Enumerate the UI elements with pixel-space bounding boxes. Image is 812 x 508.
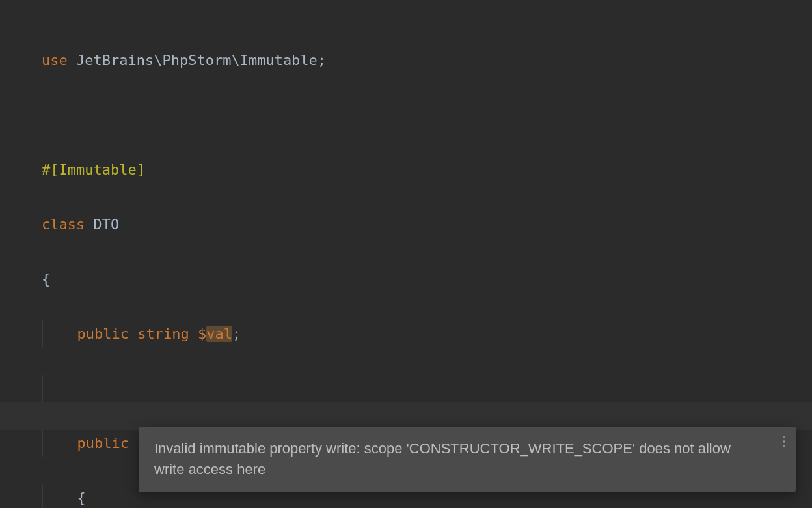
namespace-path: JetBrains\PhpStorm\Immutable	[68, 52, 318, 68]
keyword-string: string	[129, 326, 189, 342]
more-actions-icon[interactable]	[783, 436, 785, 447]
code-line[interactable]: class DTO	[42, 211, 812, 238]
keyword-public: public	[77, 326, 128, 342]
php-attribute: #[Immutable]	[42, 162, 145, 178]
dollar-sign: $	[189, 326, 207, 342]
code-line[interactable]: use JetBrains\PhpStorm\Immutable;	[42, 47, 812, 74]
property-val: val	[206, 326, 232, 342]
brace-open: {	[77, 490, 85, 506]
inspection-tooltip[interactable]: Invalid immutable property write: scope …	[139, 427, 796, 492]
indent-guide-icon	[42, 485, 43, 508]
tooltip-message: Invalid immutable property write: scope …	[154, 438, 759, 480]
semicolon: ;	[232, 326, 241, 342]
keyword-public: public	[77, 435, 128, 451]
indent-guide-icon	[42, 375, 43, 402]
semicolon: ;	[318, 52, 326, 68]
code-line[interactable]: #[Immutable]	[42, 156, 812, 184]
keyword-use: use	[42, 52, 68, 68]
keyword-class: class	[42, 216, 85, 233]
brace-open: {	[42, 271, 50, 287]
code-line[interactable]	[42, 375, 812, 402]
class-name: DTO	[85, 216, 119, 233]
code-line[interactable]: {	[42, 266, 812, 293]
current-line-highlight	[0, 402, 812, 430]
indent-guide-icon	[42, 320, 43, 348]
code-line[interactable]: public string $val;	[42, 320, 812, 348]
code-line[interactable]	[42, 102, 812, 129]
indent-guide-icon	[42, 430, 43, 457]
